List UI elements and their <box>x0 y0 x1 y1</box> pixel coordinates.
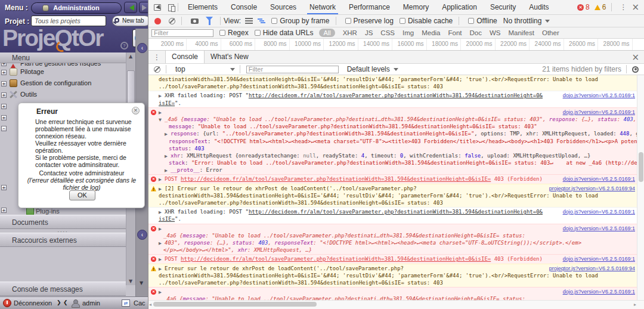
expand-icon[interactable]: + <box>1 92 7 98</box>
tab-audits[interactable]: Audits <box>524 0 553 14</box>
request-url-link[interactable]: isIE= <box>159 216 175 222</box>
console-horizontal-scrollbar[interactable]: ◂ ▸ <box>148 300 644 307</box>
logout-button[interactable]: Déconnexion <box>14 299 52 307</box>
request-url-link[interactable]: http://decideom.fr/alm/tool/saveParamete… <box>181 256 491 262</box>
error-count[interactable]: 8 <box>586 3 590 11</box>
filter-pill-js[interactable]: JS <box>365 29 373 36</box>
collapse-panel-button-bottom[interactable]: ‹ <box>137 230 147 240</box>
expand-right-icon[interactable]: ❮ <box>63 299 68 305</box>
source-link[interactable]: dojo.js?version=V6.2.5.0169:1 <box>563 92 635 99</box>
console-drawer-tab-what-s-new[interactable]: What's New <box>205 51 255 63</box>
menu-item-tools[interactable]: +Outils <box>0 90 126 101</box>
console-levels-select[interactable]: Default levels <box>347 65 390 73</box>
request-url-link[interactable]: isIE= <box>159 100 175 106</box>
waterfall-view-icon[interactable] <box>258 18 265 24</box>
source-link[interactable]: dojo.js?version=V6.2.5.0169:1 <box>563 225 635 232</box>
console-drawer-tab-console[interactable]: Console <box>165 51 205 63</box>
network-filter-input[interactable] <box>151 29 213 37</box>
filter-pill-font[interactable]: Font <box>448 29 462 36</box>
tab-memory[interactable]: Memory <box>398 0 434 14</box>
expander-icon[interactable]: ▶ <box>159 256 165 263</box>
source-link[interactable]: dojo.js?version=V6.2.5.0169:1 <box>563 209 635 215</box>
expand-left-icon[interactable]: ❯ <box>57 299 61 305</box>
clear-icon[interactable] <box>169 18 175 24</box>
menu-item-config[interactable]: +Gestion de configuration <box>0 79 126 90</box>
filter-pill-other[interactable]: Other <box>542 29 559 36</box>
tab-elements[interactable]: Elements <box>183 0 222 14</box>
drawer-menu-icon[interactable]: ⋮ <box>153 53 160 61</box>
filter-icon[interactable] <box>206 17 213 24</box>
filter-pill-img[interactable]: Img <box>402 29 414 36</box>
expand-icon[interactable]: + <box>1 115 7 120</box>
device-toolbar-icon[interactable] <box>168 4 175 11</box>
collapse-panel-button-top[interactable]: ‹ <box>137 43 147 53</box>
throttling-select[interactable]: No throttling <box>503 17 542 25</box>
request-url-link[interactable]: http://decideom.fr/alm/tool/saveParamete… <box>181 176 491 182</box>
dialog-close-icon[interactable]: ✕ <box>132 107 140 115</box>
group-by-frame-checkbox[interactable] <box>271 18 277 24</box>
menu-section-header[interactable]: Menu <box>0 52 126 63</box>
cache-icon[interactable]: ⇄ <box>122 299 130 307</box>
timeline-tick: 22000 ms <box>496 39 530 50</box>
sidebar-section-messages[interactable]: Console de messages <box>0 282 126 296</box>
expander-icon[interactable]: ▶ <box>159 176 165 183</box>
expand-icon[interactable]: + <box>1 185 7 190</box>
source-link[interactable]: dojo.js?version=V6.2.5.0169:1 <box>563 109 635 116</box>
source-link[interactable]: dojo.js?version=V6.2.5.0169:1 <box>563 289 635 295</box>
menu-item-pilotage[interactable]: +Pilotage <box>0 67 126 79</box>
tab-performance[interactable]: Performance <box>344 0 395 14</box>
devtools-menu-icon[interactable]: ⋮ <box>620 3 627 11</box>
request-url-link[interactable]: http://decideom.fr/alm/tool/saveParamete… <box>249 209 543 215</box>
console-context-select[interactable]: top <box>175 65 185 73</box>
clear-console-icon[interactable] <box>154 66 160 73</box>
filter-pill-ws[interactable]: WS <box>490 29 501 36</box>
list-view-icon[interactable] <box>245 18 253 24</box>
user-name[interactable]: admin <box>82 299 100 307</box>
tab-console[interactable]: Console <box>226 0 262 14</box>
disable-cache-checkbox[interactable] <box>400 18 405 24</box>
expand-icon[interactable]: + <box>1 70 7 75</box>
filter-pill-doc[interactable]: Doc <box>470 29 482 36</box>
console-settings-icon[interactable] <box>632 66 639 73</box>
vscroll-thumb[interactable] <box>639 152 643 182</box>
expand-icon[interactable]: + <box>1 104 7 109</box>
filter-pill-media[interactable]: Media <box>422 29 440 36</box>
devtools-close-icon[interactable]: × <box>631 2 639 13</box>
regex-checkbox[interactable] <box>219 30 225 36</box>
console-vertical-scrollbar[interactable] <box>637 75 644 300</box>
forward-button[interactable] <box>139 2 148 13</box>
source-link[interactable]: projeqtor.js?version=V6.2.5.0169:94 <box>549 186 635 192</box>
source-link[interactable]: dojo.js?version=V6.2.5.0169:1 <box>563 256 635 262</box>
source-link[interactable]: dojo.js?version=V6.2.5.0169:1 <box>563 176 635 183</box>
source-link[interactable]: projeqtor.js?version=V6.2.5.0169:94 <box>549 265 635 272</box>
offline-checkbox[interactable] <box>468 18 474 24</box>
tab-network[interactable]: Network <box>305 0 340 14</box>
warning-count[interactable]: 6 <box>602 3 606 11</box>
preserve-log-checkbox[interactable] <box>345 18 351 24</box>
menu-select[interactable]: Administration <box>31 2 122 14</box>
request-url-link[interactable]: http://decideom.fr/alm/tool/saveParamete… <box>249 92 543 98</box>
filter-pill-xhr[interactable]: XHR <box>343 29 357 36</box>
console-filter-input[interactable] <box>246 66 339 73</box>
tab-security[interactable]: Security <box>485 0 521 14</box>
tab-sources[interactable]: Sources <box>265 0 301 14</box>
filter-pill-manifest[interactable]: Manifest <box>509 29 534 36</box>
inspect-icon[interactable] <box>154 4 161 11</box>
hscroll-thumb[interactable] <box>153 302 317 307</box>
hide-data-urls-checkbox[interactable] <box>255 30 261 36</box>
expand-icon[interactable]: + <box>1 81 7 86</box>
timeline-tick: 16000 ms <box>393 39 427 50</box>
tab-application[interactable]: Application <box>437 0 482 14</box>
expand-icon[interactable]: - <box>1 126 7 131</box>
sidebar-section-shortcuts[interactable]: Raccourcis externes <box>0 233 126 247</box>
filter-pill-css[interactable]: CSS <box>380 29 395 36</box>
timeline-tick: 28000 ms <box>599 39 633 50</box>
new-tab-button[interactable]: New tab <box>112 16 148 26</box>
ok-button[interactable]: OK <box>69 190 95 200</box>
record-button[interactable] <box>154 18 161 24</box>
filter-pill-all[interactable]: All <box>319 29 335 37</box>
back-button[interactable] <box>124 2 137 13</box>
screenshot-icon[interactable] <box>191 18 199 24</box>
drawer-close-icon[interactable]: × <box>631 52 639 63</box>
expander-icon[interactable]: ▶ <box>165 167 171 174</box>
